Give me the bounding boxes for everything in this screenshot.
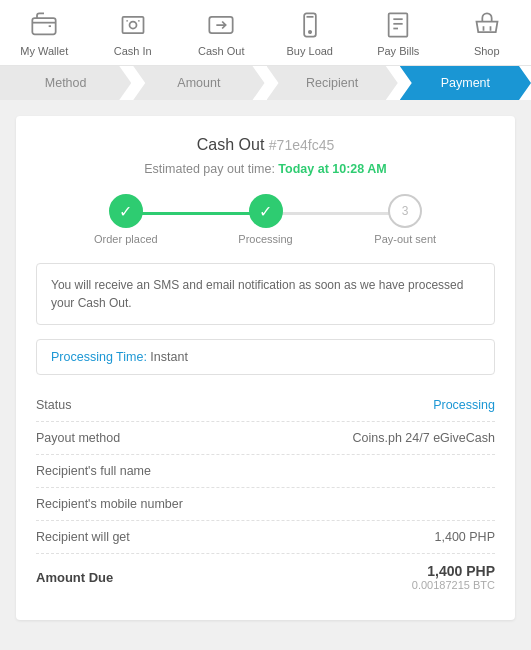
bill-icon — [380, 10, 416, 40]
svg-rect-7 — [389, 13, 408, 36]
footer: Need help? Contact us about this order. — [0, 636, 531, 650]
amount-due-row: Amount Due 1,400 PHP 0.00187215 BTC — [36, 554, 495, 600]
svg-rect-0 — [33, 18, 56, 34]
estimated-value: Today at 10:28 AM — [278, 162, 386, 176]
progress-step-order-placed: ✓ Order placed — [56, 194, 196, 245]
table-row: Recipient will get 1,400 PHP — [36, 521, 495, 554]
progress-step-processing: ✓ Processing — [196, 194, 336, 245]
steps-bar: Method Amount Recipient Payment — [0, 66, 531, 100]
amount-due-value-block: 1,400 PHP 0.00187215 BTC — [412, 563, 495, 591]
cash-in-icon — [115, 10, 151, 40]
step-circle-2: ✓ — [249, 194, 283, 228]
amount-due-sub: 0.00187215 BTC — [412, 579, 495, 591]
main-content: Cash Out #71e4fc45 Estimated pay out tim… — [0, 100, 531, 636]
notification-box: You will receive an SMS and email notifi… — [36, 263, 495, 325]
svg-point-2 — [129, 22, 136, 29]
card-title: Cash Out #71e4fc45 — [36, 136, 495, 154]
progress-section: ✓ Order placed ✓ Processing 3 Pay-out se… — [36, 194, 495, 245]
step-circle-3: 3 — [388, 194, 422, 228]
table-row: Status Processing — [36, 389, 495, 422]
step-recipient[interactable]: Recipient — [267, 66, 398, 100]
details-table: Status Processing Payout method Coins.ph… — [36, 389, 495, 600]
step-payment[interactable]: Payment — [400, 66, 531, 100]
nav-pay-bills[interactable]: Pay Bills — [358, 10, 438, 57]
nav-my-wallet[interactable]: My Wallet — [4, 10, 84, 57]
payout-method-value: Coins.ph 24/7 eGiveCash — [353, 431, 495, 445]
svg-rect-1 — [122, 17, 143, 33]
nav-cash-out[interactable]: Cash Out — [181, 10, 261, 57]
nav-shop[interactable]: Shop — [447, 10, 527, 57]
table-row: Recipient's mobile number — [36, 488, 495, 521]
order-id: #71e4fc45 — [269, 137, 334, 153]
progress-step-payout-sent: 3 Pay-out sent — [335, 194, 475, 245]
wallet-icon — [26, 10, 62, 40]
step-circle-1: ✓ — [109, 194, 143, 228]
table-row: Payout method Coins.ph 24/7 eGiveCash — [36, 422, 495, 455]
processing-time-value: Instant — [150, 350, 188, 364]
processing-time-row: Processing Time: Instant — [36, 339, 495, 375]
step-amount[interactable]: Amount — [133, 66, 264, 100]
amount-due-main: 1,400 PHP — [412, 563, 495, 579]
svg-point-5 — [309, 31, 311, 33]
nav-buy-load[interactable]: Buy Load — [270, 10, 350, 57]
table-row: Recipient's full name — [36, 455, 495, 488]
cash-out-icon — [203, 10, 239, 40]
step-method[interactable]: Method — [0, 66, 131, 100]
card: Cash Out #71e4fc45 Estimated pay out tim… — [16, 116, 515, 620]
status-value: Processing — [433, 398, 495, 412]
phone-icon — [292, 10, 328, 40]
top-nav: My Wallet Cash In Cash Out Buy Load Pay … — [0, 0, 531, 66]
recipient-get-value: 1,400 PHP — [435, 530, 495, 544]
nav-cash-in[interactable]: Cash In — [93, 10, 173, 57]
shop-icon — [469, 10, 505, 40]
estimated-time: Estimated pay out time: Today at 10:28 A… — [36, 162, 495, 176]
